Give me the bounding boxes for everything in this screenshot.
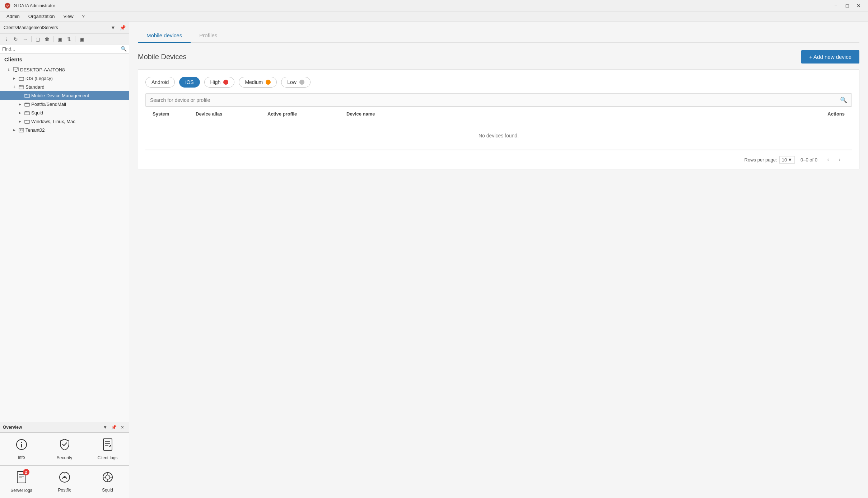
tree-item-standard[interactable]: ⇓ Standard [0,83,129,91]
server-logs-badge: 2 [23,469,29,475]
windows-folder-icon [24,119,30,124]
tree-item-squid[interactable]: ► Squid [0,108,129,117]
pagination-next-btn[interactable]: › [835,155,845,165]
menu-help[interactable]: ? [79,13,88,20]
svg-rect-13 [25,111,27,112]
sidebar-dropdown-label: Clients/ManagementServers [2,25,108,30]
app-logo [4,3,11,9]
sidebar-search-input[interactable] [2,46,121,52]
add-device-button[interactable]: + Add new device [801,50,859,64]
expand-standard[interactable]: ⇓ [11,84,17,90]
menu-organization[interactable]: Organization [25,13,59,20]
security-label: Security [57,455,72,460]
tree-label-mdm: Mobile Device Management [31,93,89,98]
sidebar-dropdown-arrow[interactable]: ▼ [109,23,117,32]
rows-per-page: Rows per page: 10 ▼ [745,156,795,164]
sidebar-toolbar: Clients/ManagementServers ▼ 📌 [0,22,129,34]
pagination-range: 0–0 of 0 [801,157,817,163]
squid-folder-icon [24,110,30,116]
tab-profiles[interactable]: Profiles [191,29,226,43]
rows-per-page-label: Rows per page: [745,157,777,163]
pagination-nav: ‹ › [823,155,845,165]
svg-rect-7 [19,85,21,86]
expand-ios-legacy[interactable]: ► [11,75,17,81]
svg-point-17 [20,129,23,131]
no-data-message: No devices found. [479,133,519,138]
tree-container: Clients ⇓ DESKTOP-AAJTON8 ► [0,53,129,422]
sidebar-search-icon: 🔍 [121,46,127,52]
tab-mobile-devices[interactable]: Mobile devices [138,29,191,43]
tree-label-desktop: DESKTOP-AAJTON8 [20,67,65,72]
overview-cell-security[interactable]: Security [43,433,86,465]
chip-medium[interactable]: Medium [239,77,277,88]
server-logs-label: Server logs [10,488,32,493]
tree-item-windows[interactable]: ► Windows, Linux, Mac [0,117,129,126]
expand-desktop[interactable]: ⇓ [6,67,11,72]
delete-icon[interactable]: 🗑 [43,35,51,43]
folder-standard-icon [19,84,24,90]
tree-item-postfix[interactable]: ► Postfix/SendMail [0,100,129,108]
svg-rect-21 [103,439,112,450]
menu-admin[interactable]: Admin [3,13,23,20]
copy-icon[interactable]: ▣ [55,35,64,43]
overview-close-btn[interactable]: ✕ [119,424,126,431]
tree-label-ios-legacy: iOS (Legacy) [25,76,53,81]
new-window-icon[interactable]: ▢ [33,35,42,43]
refresh-icon[interactable]: ↻ [11,35,20,43]
expand-tenant02[interactable]: ► [11,127,17,133]
overview-cell-server-logs[interactable]: 2 Server logs [0,466,43,498]
client-logs-icon [103,438,113,453]
rows-per-page-select[interactable]: 10 ▼ [779,156,795,164]
check-icon[interactable]: ▣ [77,35,86,43]
expand-windows[interactable]: ► [17,118,23,124]
chip-high[interactable]: High [204,77,235,88]
tree-item-ios-legacy[interactable]: ► iOS (Legacy) [0,74,129,83]
svg-rect-9 [25,94,27,95]
chip-android-label: Android [151,79,169,85]
overview-cell-client-logs[interactable]: Client logs [86,433,129,465]
col-device-alias: Device alias [196,111,267,117]
overview-cell-squid[interactable]: Squid [86,466,129,498]
svg-point-2 [17,69,18,69]
tenant-folder-icon [19,127,24,133]
drag-handle-icon[interactable]: ⁝ [2,35,11,43]
pagination-prev-btn[interactable]: ‹ [823,155,833,165]
overview-cell-info[interactable]: Info [0,433,43,465]
chip-ios[interactable]: iOS [179,77,200,88]
title-bar-left: G DATA Administrator [4,3,55,9]
menu-bar: Admin Organization View ? [0,11,868,22]
chip-android[interactable]: Android [145,77,175,88]
chip-low[interactable]: Low [281,77,311,88]
minimize-button[interactable]: − [831,2,841,9]
tree-label-squid: Squid [31,110,43,116]
svg-rect-0 [13,67,18,71]
expand-postfix[interactable]: ► [17,101,23,107]
maximize-button[interactable]: □ [842,2,852,9]
menu-view[interactable]: View [60,13,77,20]
page-title-row: Mobile Devices + Add new device [138,50,859,64]
forward-icon[interactable]: → [21,35,29,43]
overview-panel: Overview ▼ 📌 ✕ Info [0,422,129,498]
overview-header: Overview ▼ 📌 ✕ [0,422,129,433]
high-dot-icon [223,80,228,85]
sidebar-pin-btn[interactable]: 📌 [118,23,127,32]
overview-dropdown-btn[interactable]: ▼ [102,424,109,431]
tree-item-desktop[interactable]: ⇓ DESKTOP-AAJTON8 [0,65,129,74]
move-icon[interactable]: ⇅ [65,35,73,43]
app-title: G DATA Administrator [14,3,55,8]
svg-rect-11 [25,103,27,103]
device-search-input[interactable] [150,97,840,103]
expand-squid[interactable]: ► [17,110,23,116]
tree-item-tenant02[interactable]: ► Tenant02 [0,126,129,134]
rows-per-page-chevron: ▼ [788,157,792,163]
squid-icon [102,471,113,485]
svg-rect-15 [25,120,27,121]
low-dot-icon [299,80,304,85]
overview-pin-btn[interactable]: 📌 [110,424,117,431]
folder-mobile-icon [19,76,24,81]
tree-item-mdm[interactable]: Mobile Device Management [0,91,129,100]
table-body: No devices found. [145,121,852,150]
overview-cell-postfix[interactable]: Postfix [43,466,86,498]
close-button[interactable]: ✕ [854,2,864,9]
postfix-icon [59,471,70,485]
